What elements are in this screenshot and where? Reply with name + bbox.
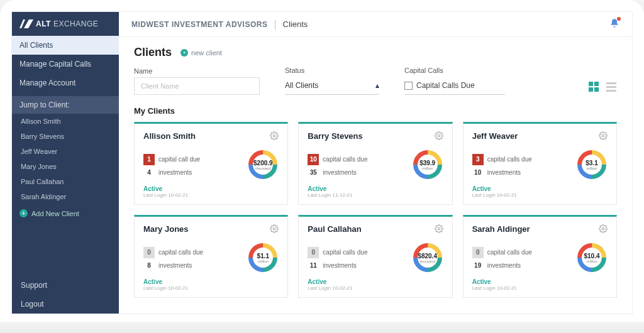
new-client-button[interactable]: + new client — [180, 49, 222, 57]
status-select-value: All Clients — [285, 81, 318, 90]
plus-icon: + — [19, 209, 28, 217]
svg-rect-4 — [606, 82, 616, 84]
status-badge: Active — [472, 185, 608, 192]
portfolio-donut: $1.1million — [247, 242, 279, 273]
svg-point-13 — [438, 134, 440, 137]
last-login: Last Login 10-02-21 — [308, 285, 443, 291]
client-card[interactable]: Allison Smith1capital call due4investmen… — [134, 122, 288, 205]
client-name-input[interactable] — [134, 77, 260, 95]
my-clients-heading: My Clients — [134, 106, 617, 116]
settings-button[interactable] — [599, 131, 608, 143]
logo-bold: ALT — [36, 19, 51, 28]
notification-badge — [617, 17, 621, 21]
status-badge: Active — [143, 185, 279, 192]
svg-point-19 — [602, 134, 604, 137]
list-icon — [606, 81, 617, 92]
svg-point-31 — [438, 227, 440, 230]
support-link[interactable]: Support — [12, 276, 119, 295]
last-login: Last Login 10-02-21 — [472, 192, 608, 198]
last-login: Last Login 10-02-21 — [143, 192, 279, 198]
investments-stat: 8investments — [143, 262, 203, 269]
settings-button[interactable] — [270, 131, 279, 143]
portfolio-value: $3.1 — [586, 160, 597, 166]
capital-calls-label: Capital Calls — [404, 67, 505, 74]
filters-row: Name Status All Clients ▴ Capital Calls … — [134, 67, 617, 95]
status-badge: Active — [472, 278, 608, 285]
capital-calls-stat: 10capital calls due — [308, 154, 367, 165]
main: MIDWEST INVESTMENT ADVISORS | Clients Cl… — [119, 12, 632, 314]
last-login: Last Login 10-02-21 — [143, 285, 279, 291]
nav-item-manage-capital-calls[interactable]: Manage Capital Calls — [12, 55, 119, 74]
client-link[interactable]: Sarah Aldinger — [12, 189, 119, 204]
notifications-button[interactable] — [609, 18, 619, 31]
capital-calls-stat: 0capital calls due — [143, 247, 203, 258]
portfolio-value: $200.9 — [253, 160, 273, 166]
portfolio-unit: thousand — [255, 166, 271, 170]
client-name: Sarah Aldinger — [472, 224, 530, 234]
gear-icon — [270, 224, 279, 233]
nav-item-all-clients[interactable]: All Clients — [12, 36, 119, 55]
investments-stat: 19investments — [472, 262, 532, 269]
portfolio-unit: million — [422, 166, 433, 170]
portfolio-unit: million — [586, 166, 597, 170]
investments-count: 35 — [308, 169, 319, 176]
logout-link[interactable]: Logout — [12, 295, 119, 314]
jump-to-client-label: Jump to Client: — [12, 96, 119, 114]
new-client-label: new client — [191, 49, 222, 57]
gear-icon — [270, 131, 279, 140]
grid-view-button[interactable] — [588, 81, 599, 95]
capital-calls-stat: 0capital calls due — [472, 247, 532, 258]
portfolio-value: $1.1 — [257, 253, 269, 259]
client-link[interactable]: Jeff Weaver — [12, 144, 119, 159]
capital-calls-checkbox-label: Capital Calls Due — [416, 81, 475, 90]
add-new-client-button[interactable]: + Add New Client — [12, 204, 119, 222]
last-login: Last Login 11-12-21 — [308, 192, 443, 198]
capital-calls-checkbox[interactable]: Capital Calls Due — [404, 77, 505, 95]
svg-rect-1 — [594, 82, 599, 86]
status-filter-label: Status — [285, 67, 379, 74]
grid-icon — [588, 81, 599, 92]
client-name: Allison Smith — [143, 131, 196, 141]
settings-button[interactable] — [435, 131, 443, 143]
client-link[interactable]: Barry Stevens — [12, 129, 119, 144]
portfolio-value: $820.4 — [418, 253, 437, 259]
gear-icon — [599, 131, 608, 140]
calls-due-badge: 0 — [143, 247, 155, 258]
status-badge: Active — [308, 278, 443, 285]
investments-count: 10 — [472, 169, 484, 176]
list-view-button[interactable] — [606, 81, 617, 95]
client-name: Jeff Weaver — [472, 131, 518, 141]
view-toggles — [588, 81, 617, 95]
gear-icon — [435, 131, 443, 140]
checkbox-icon — [404, 82, 413, 90]
portfolio-donut: $3.1million — [576, 149, 608, 180]
client-grid: Allison Smith1capital call due4investmen… — [134, 122, 617, 298]
firm-name: MIDWEST INVESTMENT ADVISORS — [131, 20, 267, 29]
settings-button[interactable] — [435, 224, 443, 236]
add-client-label: Add New Client — [31, 210, 79, 217]
logo: ALTEXCHANGE — [12, 12, 119, 36]
client-card[interactable]: Sarah Aldinger0capital calls due19invest… — [463, 215, 617, 298]
nav-item-manage-account[interactable]: Manage Account — [12, 74, 119, 92]
investments-stat: 35investments — [308, 169, 367, 176]
client-card[interactable]: Paul Callahan0capital calls due11investm… — [298, 215, 452, 298]
client-link[interactable]: Paul Callahan — [12, 174, 119, 189]
portfolio-unit: thousand — [419, 259, 435, 263]
calls-due-badge: 0 — [472, 247, 484, 258]
settings-button[interactable] — [270, 224, 279, 236]
status-select[interactable]: All Clients ▴ — [285, 77, 379, 95]
topbar: MIDWEST INVESTMENT ADVISORS | Clients — [119, 12, 632, 37]
client-card[interactable]: Jeff Weaver3capital calls due10investmen… — [463, 122, 617, 205]
investments-stat: 10investments — [472, 169, 532, 176]
settings-button[interactable] — [599, 224, 608, 236]
calls-due-badge: 0 — [308, 247, 319, 258]
svg-point-25 — [274, 227, 276, 230]
client-card[interactable]: Mary Jones0capital calls due8investments… — [134, 215, 288, 298]
status-filter: Status All Clients ▴ — [285, 67, 379, 95]
logo-light: EXCHANGE — [53, 19, 98, 28]
client-card[interactable]: Barry Stevens10capital calls due35invest… — [298, 122, 452, 205]
client-link[interactable]: Mary Jones — [12, 159, 119, 174]
caret-up-icon: ▴ — [375, 81, 379, 90]
portfolio-value: $10.4 — [584, 253, 599, 259]
client-link[interactable]: Allison Smith — [12, 114, 119, 129]
